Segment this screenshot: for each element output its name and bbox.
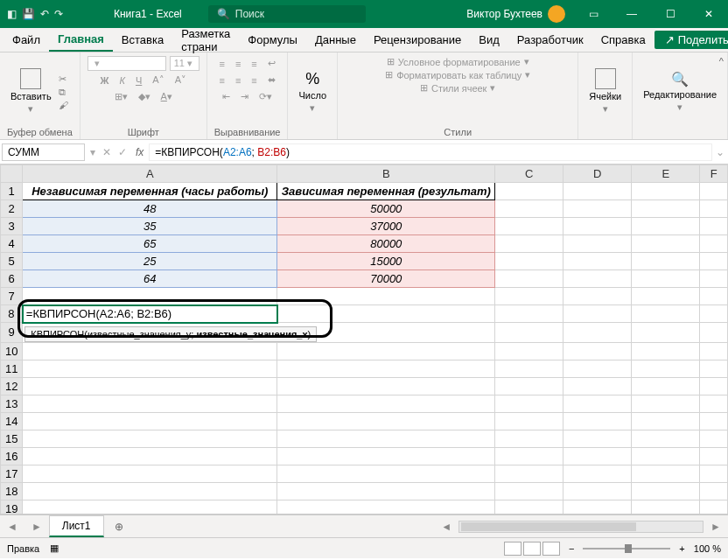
align-left-icon[interactable]: ≡ — [215, 74, 228, 88]
font-grow-icon[interactable]: A˄ — [149, 73, 167, 88]
row-header[interactable]: 7 — [1, 288, 23, 305]
indent-dec-icon[interactable]: ⇤ — [219, 89, 234, 104]
size-combo[interactable]: 11 ▾ — [170, 56, 200, 71]
copy-icon[interactable]: ⧉ — [59, 87, 68, 98]
row-header[interactable]: 6 — [1, 270, 23, 288]
align-right-icon[interactable]: ≡ — [248, 74, 260, 88]
align-center-icon[interactable]: ≡ — [232, 74, 244, 88]
cell[interactable]: Зависимая переменная (результат) — [277, 183, 495, 200]
collapse-ribbon-icon[interactable]: ^ — [719, 56, 724, 66]
row-header[interactable]: 16 — [1, 447, 23, 465]
redo-icon[interactable]: ↷ — [54, 8, 63, 20]
tab-formulas[interactable]: Формулы — [239, 29, 306, 51]
macro-record-icon[interactable]: ▦ — [50, 542, 59, 554]
cell[interactable]: 80000 — [277, 235, 495, 253]
row-header[interactable]: 13 — [1, 395, 23, 412]
view-normal-icon[interactable] — [504, 542, 522, 556]
view-pagebreak-icon[interactable] — [542, 542, 560, 556]
editing-button[interactable]: 🔍Редактирование▾ — [640, 69, 720, 115]
orientation-icon[interactable]: ⟳▾ — [256, 89, 276, 104]
row-header[interactable]: 15 — [1, 430, 23, 447]
view-layout-icon[interactable] — [523, 542, 541, 556]
ribbon-options-icon[interactable]: ▭ — [574, 0, 612, 28]
sheet-nav-next-icon[interactable]: ► — [24, 521, 49, 533]
tab-home[interactable]: Главная — [49, 28, 113, 52]
row-header[interactable]: 11 — [1, 360, 23, 377]
maximize-icon[interactable]: ☐ — [651, 0, 690, 28]
sheet-nav-prev-icon[interactable]: ◄ — [0, 521, 24, 533]
row-header[interactable]: 9 — [1, 323, 23, 343]
row-header[interactable]: 12 — [1, 377, 23, 395]
enter-icon[interactable]: ✓ — [115, 146, 130, 158]
hscroll-left-icon[interactable]: ◄ — [434, 521, 458, 533]
tab-help[interactable]: Справка — [592, 29, 654, 51]
tab-file[interactable]: Файл — [4, 29, 49, 51]
border-icon[interactable]: ⊞▾ — [111, 89, 131, 104]
tab-insert[interactable]: Вставка — [113, 29, 172, 51]
sheet-tab[interactable]: Лист1 — [49, 515, 104, 537]
col-header-F[interactable]: F — [700, 165, 728, 183]
bold-button[interactable]: Ж — [97, 74, 113, 88]
row-header[interactable]: 3 — [1, 218, 23, 235]
hscroll-right-icon[interactable]: ► — [704, 521, 728, 533]
namebox-dropdown-icon[interactable]: ▾ — [87, 146, 99, 158]
zoom-out-icon[interactable]: − — [569, 543, 574, 554]
close-icon[interactable]: ✕ — [690, 0, 728, 28]
autosave-icon[interactable]: ◧ — [7, 8, 17, 20]
conditional-formatting-button[interactable]: ⊞ Условное форматирование ▾ — [387, 56, 529, 67]
col-header-A[interactable]: A — [23, 165, 277, 183]
wrap-icon[interactable]: ↩ — [264, 56, 279, 71]
format-painter-icon[interactable]: 🖌 — [59, 100, 68, 110]
zoom-in-icon[interactable]: + — [679, 543, 684, 554]
font-color-icon[interactable]: A▾ — [158, 89, 176, 104]
row-header[interactable]: 2 — [1, 200, 23, 218]
cell[interactable]: 64 — [23, 270, 277, 288]
fx-icon[interactable]: fx — [130, 146, 149, 158]
cell[interactable]: 35 — [23, 218, 277, 235]
row-header[interactable]: 5 — [1, 253, 23, 270]
active-cell[interactable]: =КВПИРСОН(A2:A6; B2:B6) — [23, 305, 277, 323]
save-icon[interactable]: 💾 — [22, 8, 35, 20]
name-box[interactable]: СУММ — [2, 144, 85, 161]
cell[interactable]: 65 — [23, 235, 277, 253]
user-account[interactable]: Виктор Бухтеев — [466, 5, 565, 23]
cell[interactable]: 25 — [23, 253, 277, 270]
fill-color-icon[interactable]: ◆▾ — [135, 89, 154, 104]
formula-input[interactable]: =КВПИРСОН(A2:A6; B2:B6) — [149, 144, 712, 161]
cell[interactable]: 15000 — [277, 253, 495, 270]
row-header[interactable]: 1 — [1, 183, 23, 200]
row-header[interactable]: 18 — [1, 482, 23, 500]
row-header[interactable]: 14 — [1, 412, 23, 430]
italic-button[interactable]: К — [116, 74, 128, 88]
worksheet-grid[interactable]: A B C D E F 1Независимая переменная (час… — [0, 164, 728, 514]
zoom-level[interactable]: 100 % — [694, 543, 721, 554]
search-input[interactable]: 🔍 Поиск — [208, 5, 366, 23]
tab-review[interactable]: Рецензирование — [365, 29, 470, 51]
add-sheet-icon[interactable]: ⊕ — [104, 521, 134, 533]
col-header-E[interactable]: E — [632, 165, 700, 183]
undo-icon[interactable]: ↶ — [40, 8, 49, 20]
select-all-corner[interactable] — [1, 165, 23, 183]
expand-formula-icon[interactable]: ⌄ — [712, 146, 728, 158]
cell[interactable]: 37000 — [277, 218, 495, 235]
horizontal-scrollbar[interactable] — [458, 521, 704, 533]
col-header-C[interactable]: C — [495, 165, 564, 183]
tab-data[interactable]: Данные — [306, 29, 365, 51]
cell[interactable]: 48 — [23, 200, 277, 218]
row-header[interactable]: 4 — [1, 235, 23, 253]
cell[interactable]: Независимая переменная (часы работы) — [23, 183, 277, 200]
col-header-B[interactable]: B — [277, 165, 495, 183]
align-bot-icon[interactable]: ≡ — [248, 57, 260, 71]
merge-icon[interactable]: ⬌ — [264, 73, 279, 88]
row-header[interactable]: 19 — [1, 500, 23, 514]
font-combo[interactable]: ▾ — [88, 56, 166, 71]
minimize-icon[interactable]: — — [612, 0, 651, 28]
col-header-D[interactable]: D — [564, 165, 632, 183]
format-as-table-button[interactable]: ⊞ Форматировать как таблицу ▾ — [385, 69, 530, 80]
font-shrink-icon[interactable]: A˅ — [172, 73, 190, 88]
tab-view[interactable]: Вид — [470, 29, 508, 51]
paste-button[interactable]: Вставить ▾ — [7, 66, 55, 116]
zoom-slider[interactable] — [583, 548, 670, 550]
cell-styles-button[interactable]: ⊞ Стили ячеек ▾ — [420, 82, 495, 94]
share-button[interactable]: ↗ Поделиться — [654, 31, 728, 49]
